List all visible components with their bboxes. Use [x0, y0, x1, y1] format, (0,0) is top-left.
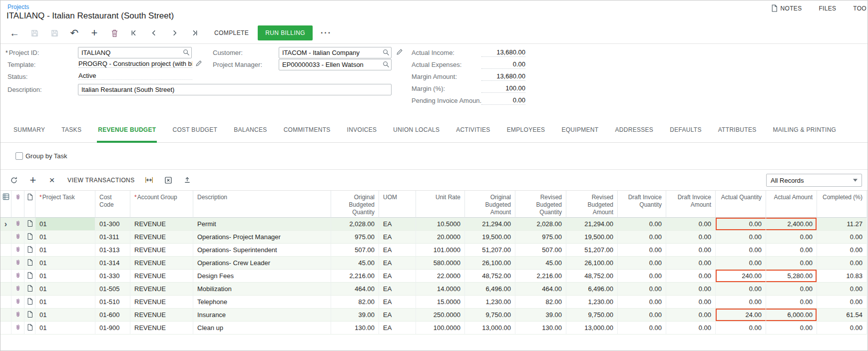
fit-to-screen-button[interactable]: [140, 173, 159, 188]
cell-project-task[interactable]: 01: [35, 257, 95, 270]
cell-cost-code[interactable]: 01-314: [95, 257, 130, 270]
cell-account-group[interactable]: REVENUE: [130, 309, 193, 322]
cell-actual-amt[interactable]: 0.00: [766, 296, 817, 309]
cell-project-task[interactable]: 01: [35, 270, 95, 283]
cell-account-group[interactable]: REVENUE: [130, 244, 193, 257]
cell-orig-budgeted-qty[interactable]: 464.00: [331, 283, 379, 296]
cell-rev-budgeted-amt[interactable]: 48,752.00: [566, 270, 618, 283]
table-row[interactable]: 0101-510REVENUETelephone82.00EA15.00001,…: [0, 296, 867, 309]
cell-rev-budgeted-qty[interactable]: 130.00: [515, 322, 566, 335]
cell-unit-rate[interactable]: 10.5000: [416, 218, 465, 231]
cell-orig-budgeted-qty[interactable]: 39.00: [331, 309, 379, 322]
add-record-button[interactable]: +: [84, 25, 104, 40]
cell-uom[interactable]: EA: [379, 270, 416, 283]
tab-balances[interactable]: BALANCES: [233, 126, 268, 143]
table-row[interactable]: 0101-311REVENUEOperations- Project Manag…: [0, 231, 867, 244]
cell-actual-qty[interactable]: 0.00: [716, 218, 766, 231]
cell-description[interactable]: Clean up: [193, 322, 331, 335]
column-header-description[interactable]: Description: [193, 191, 331, 218]
tab-equipment[interactable]: EQUIPMENT: [560, 126, 599, 143]
cell-rev-budgeted-qty[interactable]: 975.00: [515, 231, 566, 244]
cell-project-task[interactable]: 01: [35, 231, 95, 244]
cell-project-task[interactable]: 01: [35, 244, 95, 257]
cell-uom[interactable]: EA: [379, 231, 416, 244]
attachment-button[interactable]: [11, 218, 24, 231]
column-header-uom[interactable]: UOM: [379, 191, 416, 218]
cell-orig-budgeted-qty[interactable]: 2,216.00: [331, 270, 379, 283]
cell-rev-budgeted-qty[interactable]: 2,216.00: [515, 270, 566, 283]
tab-union-locals[interactable]: UNION LOCALS: [392, 126, 440, 143]
cell-completed-pct[interactable]: 0.00: [817, 231, 867, 244]
tab-mailing-printing[interactable]: MAILING & PRINTING: [772, 126, 837, 143]
column-header-draft-inv-amt[interactable]: Draft Invoice Amount: [666, 191, 716, 218]
cell-unit-rate[interactable]: 101.0000: [416, 244, 465, 257]
attachment-button[interactable]: [11, 283, 24, 296]
cell-draft-inv-qty[interactable]: 0.00: [618, 244, 666, 257]
attachment-button[interactable]: [11, 231, 24, 244]
cell-orig-budgeted-qty[interactable]: 130.00: [331, 322, 379, 335]
column-header-rev-budgeted-amt[interactable]: Revised Budgeted Amount: [566, 191, 618, 218]
cell-actual-qty[interactable]: 0.00: [716, 296, 766, 309]
cell-uom[interactable]: EA: [379, 296, 416, 309]
delete-record-button[interactable]: [104, 25, 124, 40]
cell-orig-budgeted-amt[interactable]: 9,750.00: [465, 309, 515, 322]
prev-record-button[interactable]: [144, 25, 164, 40]
cell-rev-budgeted-qty[interactable]: 82.00: [515, 296, 566, 309]
edit-template-button[interactable]: [195, 60, 202, 69]
cell-account-group[interactable]: REVENUE: [130, 257, 193, 270]
cell-rev-budgeted-amt[interactable]: 9,750.00: [566, 309, 618, 322]
attachment-button[interactable]: [11, 296, 24, 309]
cell-orig-budgeted-qty[interactable]: 975.00: [331, 231, 379, 244]
tab-revenue-budget[interactable]: REVENUE BUDGET: [97, 126, 157, 143]
cell-rev-budgeted-amt[interactable]: 51,207.00: [566, 244, 618, 257]
cell-unit-rate[interactable]: 22.0000: [416, 270, 465, 283]
tab-invoices[interactable]: INVOICES: [346, 126, 378, 143]
cell-unit-rate[interactable]: 250.0000: [416, 309, 465, 322]
cell-rev-budgeted-amt[interactable]: 6,496.00: [566, 283, 618, 296]
tab-employees[interactable]: EMPLOYEES: [506, 126, 546, 143]
cell-cost-code[interactable]: 01-505: [95, 283, 130, 296]
cell-orig-budgeted-qty[interactable]: 507.00: [331, 244, 379, 257]
cell-completed-pct[interactable]: 0.00: [817, 322, 867, 335]
cell-actual-amt[interactable]: 6,000.00: [766, 309, 817, 322]
cell-description[interactable]: Operations- Project Manager: [193, 231, 331, 244]
column-header-orig-budgeted-amt[interactable]: Original Budgeted Amount: [465, 191, 515, 218]
attachment-button[interactable]: [11, 270, 24, 283]
customer-input[interactable]: [279, 47, 392, 58]
cell-cost-code[interactable]: 01-510: [95, 296, 130, 309]
export-excel-button[interactable]: [159, 173, 178, 188]
table-row[interactable]: 0101-505REVENUEMobilization464.00EA14.00…: [0, 283, 867, 296]
note-button[interactable]: [24, 283, 35, 296]
cell-actual-qty[interactable]: 24.00: [716, 309, 766, 322]
tab-defaults[interactable]: DEFAULTS: [669, 126, 703, 143]
column-header-actual-qty[interactable]: Actual Quantity: [716, 191, 766, 218]
cell-rev-budgeted-amt[interactable]: 13,000.00: [566, 322, 618, 335]
cell-rev-budgeted-amt[interactable]: 21,294.00: [566, 218, 618, 231]
cell-orig-budgeted-qty[interactable]: 82.00: [331, 296, 379, 309]
cell-draft-inv-amt[interactable]: 0.00: [666, 244, 716, 257]
cell-actual-amt[interactable]: 0.00: [766, 257, 817, 270]
cell-uom[interactable]: EA: [379, 322, 416, 335]
cell-actual-qty[interactable]: 0.00: [716, 283, 766, 296]
table-row[interactable]: 0101-600REVENUEInsurance39.00EA250.00009…: [0, 309, 867, 322]
complete-button[interactable]: COMPLETE: [211, 25, 252, 40]
column-header-project-task[interactable]: *Project Task: [35, 191, 95, 218]
cell-completed-pct[interactable]: 11.27: [817, 218, 867, 231]
breadcrumb[interactable]: Projects: [7, 3, 29, 10]
cell-actual-amt[interactable]: 5,280.00: [766, 270, 817, 283]
attachment-button[interactable]: [11, 244, 24, 257]
files-button[interactable]: FILES: [819, 5, 836, 12]
cell-account-group[interactable]: REVENUE: [130, 283, 193, 296]
tab-tasks[interactable]: TASKS: [60, 126, 82, 143]
cell-draft-inv-qty[interactable]: 0.00: [618, 270, 666, 283]
cell-cost-code[interactable]: 01-600: [95, 309, 130, 322]
cell-uom[interactable]: EA: [379, 244, 416, 257]
cell-uom[interactable]: EA: [379, 309, 416, 322]
group-by-task-checkbox[interactable]: [15, 152, 23, 160]
refresh-button[interactable]: [4, 173, 23, 188]
delete-row-button[interactable]: ×: [42, 173, 61, 188]
cell-description[interactable]: Insurance: [193, 309, 331, 322]
note-button[interactable]: [24, 322, 35, 335]
cell-actual-qty[interactable]: 0.00: [716, 322, 766, 335]
last-record-button[interactable]: [184, 25, 204, 40]
